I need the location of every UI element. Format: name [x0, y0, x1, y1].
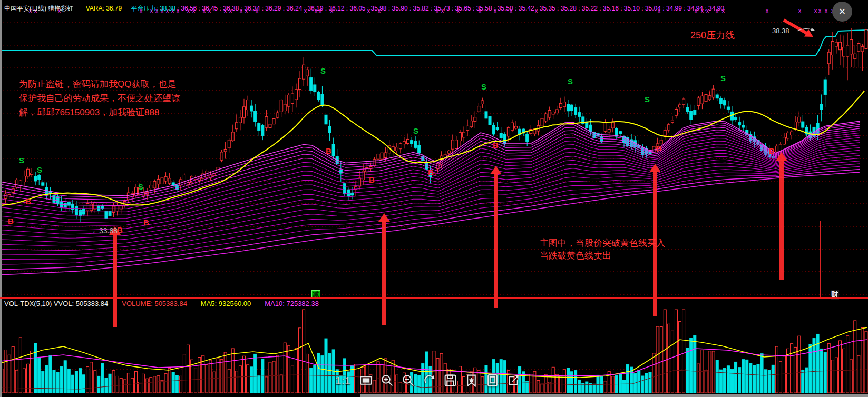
volume-indicator-label: VOL-TDX(5,10) VVOL: 505383.84 — [4, 300, 108, 307]
left-border — [0, 0, 2, 397]
svg-text:B: B — [656, 144, 662, 153]
share-icon — [506, 373, 521, 388]
zoom-in-icon — [380, 373, 394, 388]
zoom-in-button[interactable] — [379, 373, 395, 388]
scale-label: 1:1 — [335, 374, 350, 387]
rotate-button[interactable] — [422, 373, 437, 388]
svg-text:B: B — [326, 146, 331, 155]
bookmark-button[interactable] — [464, 373, 479, 388]
rotate-icon — [422, 373, 436, 388]
zoom-out-button[interactable] — [401, 373, 416, 388]
qq-watermark-note: 为防止盗链，密码请加我QQ获取，也是 保护我自己的劳动成果，不便之处还望谅 解，… — [19, 77, 180, 120]
svg-text:S: S — [320, 66, 326, 75]
pressure-line-label: 250压力线 — [690, 29, 735, 42]
share-button[interactable] — [506, 373, 521, 388]
volume-value: VOLUME: 505383.84 — [122, 300, 187, 307]
close-icon: × — [839, 5, 846, 18]
low-price-tag: ←33.88 — [92, 226, 118, 235]
vara-value: VARA: 36.79 — [86, 5, 122, 12]
bookmark-star-icon — [464, 373, 479, 388]
fullscreen-icon — [359, 373, 373, 388]
svg-text:B: B — [369, 175, 375, 184]
svg-text:S: S — [19, 156, 24, 165]
toolbar: 1:1 — [335, 373, 521, 388]
app-window: SSSSSSSSSBBBBBBBBBBxxxxxxxxxxxxxxxxxxxxx… — [0, 0, 868, 397]
trading-rule-note: 主图中，当股价突破黄色线买入 当跌破黄色线卖出 — [540, 237, 665, 262]
bottom-scrollbar[interactable] — [360, 394, 868, 397]
svg-text:B: B — [143, 218, 149, 227]
fullscreen-button[interactable] — [358, 373, 374, 388]
save-button[interactable] — [443, 373, 458, 388]
svg-text:S: S — [138, 182, 143, 191]
panel-separator — [0, 297, 868, 299]
breakout-price-tag: 38.38 — [772, 27, 789, 35]
svg-text:S: S — [568, 77, 573, 86]
indicator-header: 中国平安(日线) 猎艳彩虹 VARA: 36.79 平台压力: 38.38 : … — [4, 4, 858, 14]
volume-header: VOL-TDX(5,10) VVOL: 505383.84 VOLUME: 50… — [4, 300, 319, 307]
svg-text:S: S — [645, 95, 650, 104]
volume-ma10-value: MA10: 725382.38 — [265, 300, 319, 307]
svg-text:B: B — [769, 146, 775, 155]
device-button[interactable] — [485, 373, 500, 388]
volume-ma5-value: MA5: 932560.00 — [201, 300, 251, 307]
instrument-title: 中国平安(日线) 猎艳彩虹 — [4, 5, 73, 12]
close-button[interactable]: × — [832, 2, 852, 22]
svg-text:B: B — [117, 225, 123, 234]
svg-text:B: B — [25, 197, 31, 206]
svg-text:S: S — [37, 165, 42, 174]
zoom-out-icon — [401, 373, 415, 388]
svg-text:S: S — [413, 126, 418, 135]
chart-canvas[interactable]: SSSSSSSSSBBBBBBBBBBxxxxxxxxxxxxxxxxxxxxx… — [0, 0, 868, 397]
pressure-series-values: : 36.56 : 36.45 : 36.38 : 36.34 : 36.29 … — [178, 5, 724, 12]
svg-text:S: S — [481, 82, 486, 91]
device-icon — [485, 373, 500, 388]
svg-text:B: B — [8, 216, 14, 225]
svg-text:B: B — [493, 141, 499, 150]
top-border-line — [0, 2, 868, 2]
platform-pressure-value: 平台压力: 38.38 — [131, 5, 176, 12]
svg-text:B: B — [428, 168, 434, 177]
save-icon — [443, 373, 457, 388]
svg-text:S: S — [720, 74, 726, 83]
